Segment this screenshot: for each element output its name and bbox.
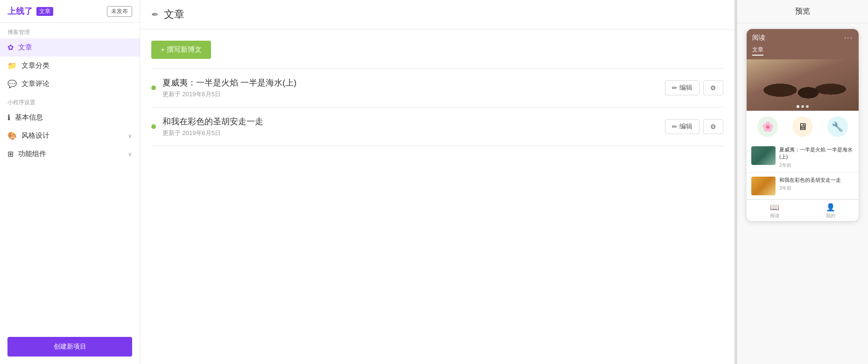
read-nav-label: 阅读 xyxy=(770,213,779,219)
main-content: ✒ 文章 + 撰写新博文 夏威夷：一半是火焰 一半是海水(上) 更新于 2019… xyxy=(140,0,734,364)
sidebar-item-categories[interactable]: 📁 文章分类 xyxy=(0,57,140,75)
phone-article-title-2: 和我在彩色的圣胡安走一走 xyxy=(779,177,854,184)
pencil-icon: ✏ xyxy=(672,84,677,92)
article-title-2: 和我在彩色的圣胡安走一走 xyxy=(162,116,658,127)
wrench-icon-btn[interactable]: 🔧 xyxy=(827,116,848,137)
new-post-button[interactable]: + 撰写新博文 xyxy=(151,41,211,59)
sidebar-item-basic-info[interactable]: ℹ 基本信息 xyxy=(0,108,140,127)
gear-icon-2: ⚙ xyxy=(710,123,716,130)
sidebar-item-comments-label: 文章评论 xyxy=(21,79,49,88)
comments-icon: 💬 xyxy=(7,79,17,88)
article-date-2: 更新于 2019年6月5日 xyxy=(162,129,658,137)
sidebar-bottom: 创建新项目 xyxy=(0,329,140,364)
table-row: 和我在彩色的圣胡安走一走 更新于 2019年6月5日 ✏ 编辑 ⚙ xyxy=(151,107,723,146)
article-info-1: 夏威夷：一半是火焰 一半是海水(上) 更新于 2019年6月5日 xyxy=(162,77,658,99)
phone-article-list: 夏威夷：一半是火焰 一半是海水(上) 2年前 和我在彩色的圣胡安走一走 3年前 xyxy=(747,143,859,200)
categories-icon: 📁 xyxy=(7,61,17,70)
sidebar-item-categories-label: 文章分类 xyxy=(21,61,49,70)
chevron-down-icon-components: ∨ xyxy=(128,151,132,157)
published-dot-1 xyxy=(151,86,156,90)
flower-icon-btn[interactable]: 🌸 xyxy=(757,116,778,137)
phone-mockup: 阅读 ··· 文章 🌸 🖥 🔧 夏威夷：一半是火焰 xyxy=(747,29,859,221)
profile-nav-icon: 👤 xyxy=(826,203,835,212)
page-title: 文章 xyxy=(164,7,184,21)
phone-article-time-2: 3年前 xyxy=(779,185,854,192)
sidebar: 上线了 文章 未发布 博客管理 ✿ 文章 📁 文章分类 💬 文章评论 小程序设置… xyxy=(0,0,140,364)
settings-button-1[interactable]: ⚙ xyxy=(703,80,723,95)
phone-article-title-1: 夏威夷：一半是火焰 一半是海水(上) xyxy=(779,146,854,161)
phone-article-item-2: 和我在彩色的圣胡安走一走 3年前 xyxy=(747,173,859,200)
main-header: ✒ 文章 xyxy=(140,0,734,29)
sidebar-header: 上线了 文章 未发布 xyxy=(0,0,140,23)
brand-badge: 文章 xyxy=(36,7,53,16)
phone-menu-dots: ··· xyxy=(844,34,853,42)
sidebar-item-components-label: 功能组件 xyxy=(18,150,46,158)
articles-icon: ✿ xyxy=(7,43,14,52)
phone-article-text-1: 夏威夷：一半是火焰 一半是海水(上) 2年前 xyxy=(779,146,854,169)
dot-2 xyxy=(801,105,804,108)
main-body: + 撰写新博文 夏威夷：一半是火焰 一半是海水(上) 更新于 2019年6月5日… xyxy=(140,29,734,364)
phone-article-time-1: 2年前 xyxy=(779,162,854,169)
status-badge: 未发布 xyxy=(107,6,132,17)
phone-article-text-2: 和我在彩色的圣胡安走一走 3年前 xyxy=(779,177,854,192)
phone-bottom-nav: 📖 阅读 👤 我的 xyxy=(747,200,859,221)
sidebar-item-basic-info-label: 基本信息 xyxy=(15,113,43,122)
grid-icon: ⊞ xyxy=(7,150,14,158)
section-blog-label: 博客管理 xyxy=(0,23,140,38)
article-title-1: 夏威夷：一半是火焰 一半是海水(上) xyxy=(162,77,658,88)
edit-button-2[interactable]: ✏ 编辑 xyxy=(665,119,699,134)
palette-icon: 🎨 xyxy=(7,131,17,140)
sidebar-item-articles-label: 文章 xyxy=(18,43,32,52)
phone-hero-image xyxy=(747,59,859,111)
article-actions-1: ✏ 编辑 ⚙ xyxy=(665,80,723,95)
sidebar-item-style-design[interactable]: 🎨 风格设计 ∨ xyxy=(0,127,140,145)
dot-3 xyxy=(806,105,809,108)
sidebar-item-components[interactable]: ⊞ 功能组件 ∨ xyxy=(0,145,140,163)
settings-button-2[interactable]: ⚙ xyxy=(703,119,723,134)
article-date-1: 更新于 2019年6月5日 xyxy=(162,90,658,99)
phone-icon-row: 🌸 🖥 🔧 xyxy=(747,111,859,143)
preview-panel: 预览 阅读 ··· 文章 🌸 🖥 🔧 xyxy=(737,0,868,364)
section-mini-label: 小程序设置 xyxy=(0,93,140,108)
phone-article-thumb-1 xyxy=(751,146,776,165)
article-list: 夏威夷：一半是火焰 一半是海水(上) 更新于 2019年6月5日 ✏ 编辑 ⚙ xyxy=(151,68,723,146)
phone-carousel-dots xyxy=(797,105,809,108)
sidebar-item-comments[interactable]: 💬 文章评论 xyxy=(0,75,140,93)
info-icon: ℹ xyxy=(7,113,10,122)
gear-icon-1: ⚙ xyxy=(710,84,716,92)
phone-tab-bar: 文章 xyxy=(747,46,859,59)
monitor-icon-btn[interactable]: 🖥 xyxy=(792,116,813,137)
phone-top-label: 阅读 xyxy=(752,34,765,42)
sidebar-item-style-design-label: 风格设计 xyxy=(21,131,49,140)
phone-nav-profile[interactable]: 👤 我的 xyxy=(803,203,859,219)
preview-title: 预览 xyxy=(737,0,868,23)
phone-article-thumb-2 xyxy=(751,177,776,195)
phone-nav-read[interactable]: 📖 阅读 xyxy=(747,203,803,219)
phone-article-item-1: 夏威夷：一半是火焰 一半是海水(上) 2年前 xyxy=(747,143,859,173)
hero-muffins-image xyxy=(747,59,859,111)
published-dot-2 xyxy=(151,124,156,129)
brand-title: 上线了 xyxy=(7,6,33,17)
chevron-down-icon-style: ∨ xyxy=(128,133,132,139)
edit-button-1[interactable]: ✏ 编辑 xyxy=(665,80,699,95)
feather-icon: ✒ xyxy=(151,9,159,20)
read-nav-icon: 📖 xyxy=(770,203,779,212)
phone-tab-articles: 文章 xyxy=(752,46,763,56)
profile-nav-label: 我的 xyxy=(826,213,835,219)
dot-1 xyxy=(797,105,799,108)
table-row: 夏威夷：一半是火焰 一半是海水(上) 更新于 2019年6月5日 ✏ 编辑 ⚙ xyxy=(151,68,723,107)
article-actions-2: ✏ 编辑 ⚙ xyxy=(665,119,723,134)
sidebar-item-articles[interactable]: ✿ 文章 xyxy=(0,38,140,57)
phone-top-bar: 阅读 ··· xyxy=(747,29,859,46)
article-info-2: 和我在彩色的圣胡安走一走 更新于 2019年6月5日 xyxy=(162,116,658,137)
create-project-button[interactable]: 创建新项目 xyxy=(7,337,132,357)
pencil-icon-2: ✏ xyxy=(672,123,677,130)
